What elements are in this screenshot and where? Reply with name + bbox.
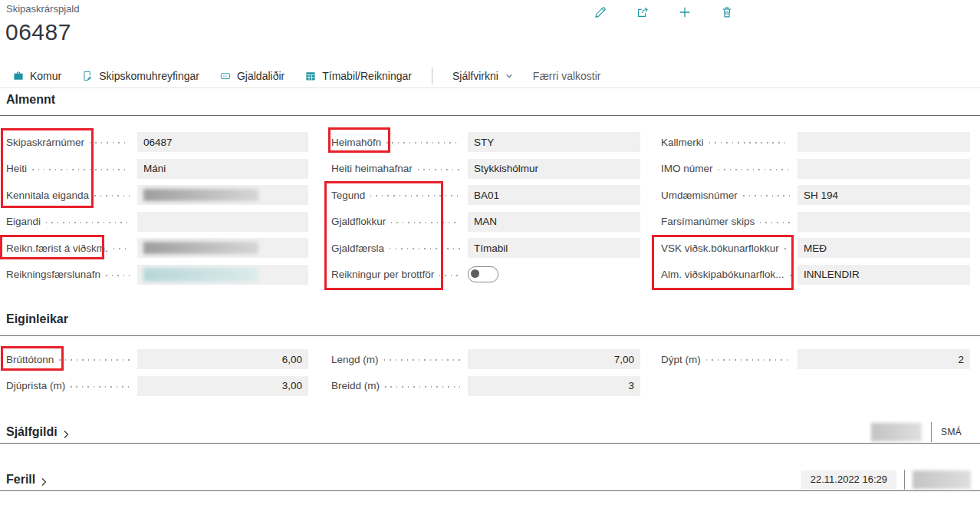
field-row: Lengd (m)7,00 [331, 349, 640, 369]
breadcrumb[interactable]: Skipaskrárspjald [6, 3, 79, 15]
field-row: Reikn.færist á viðskm. [6, 238, 308, 258]
section-sjalfgildi-toggle[interactable]: Sjálfgildi [6, 425, 71, 439]
delete-icon[interactable] [720, 5, 734, 19]
section-ferill-toggle[interactable]: Ferill [6, 473, 48, 487]
action-komur[interactable]: Komur [12, 70, 61, 82]
action-skipskomuhreyfingar[interactable]: Skipskomuhreyfingar [81, 70, 199, 82]
action-bar-divider [432, 68, 432, 84]
field-value[interactable]: 6,00 [137, 349, 308, 369]
modified-timestamp: 22.11.2022 16:29 [801, 470, 896, 489]
field-label: Brúttótonn [6, 354, 54, 365]
dotted-leader [32, 169, 130, 170]
dotted-leader [390, 248, 460, 249]
field-row: HeitiMáni [6, 159, 308, 179]
field-value[interactable]: 06487 [137, 132, 308, 152]
field-value[interactable]: 3,00 [137, 376, 308, 396]
field-value[interactable]: MAN [468, 212, 640, 232]
dotted-leader [59, 359, 130, 361]
field-label: Gjaldfærsla [331, 243, 384, 254]
field-label: Farsímanúmer skips [661, 216, 755, 227]
field-value[interactable] [137, 185, 308, 205]
field-row: HeimahöfnSTY [331, 132, 640, 152]
action-label: Færri valkostir [533, 70, 601, 82]
field-row: Skipaskrárnúmer06487 [6, 132, 308, 152]
field-label: Reikningur per brottför [331, 269, 434, 280]
toggle-knob [471, 269, 479, 278]
field-value[interactable]: 7,00 [468, 349, 640, 369]
field-value-text: Tímabil [474, 243, 508, 254]
field-label: Djúprista (m) [6, 380, 65, 391]
action-label: Tímabil/Reikningar [322, 70, 412, 82]
field-value[interactable]: 3 [468, 376, 640, 396]
field-value-text: 7,00 [614, 354, 634, 365]
add-icon[interactable] [678, 5, 692, 19]
field-value[interactable] [797, 132, 970, 152]
field-value-text: 3 [628, 380, 634, 391]
edit-icon[interactable] [594, 5, 607, 19]
dotted-leader [391, 222, 460, 223]
action-label: Skipskomuhreyfingar [99, 70, 199, 82]
dotted-leader [706, 359, 790, 361]
field-value-text: 06487 [143, 137, 173, 148]
field-value[interactable]: SH 194 [797, 185, 970, 205]
field-label: Heimahöfn [331, 137, 381, 148]
field-value[interactable]: Máni [137, 159, 308, 179]
field-row: UmdæmisnúmerSH 194 [661, 185, 970, 205]
action-sjalfvirkni-dropdown[interactable]: Sjálfvirkni [452, 70, 513, 82]
dotted-leader [743, 195, 790, 196]
briefcase-icon [12, 70, 25, 82]
eiginleikar-column-3: Dýpt (m)2 [661, 349, 970, 369]
field-value[interactable]: Tímabil [468, 238, 640, 258]
field-row: Reikningur per brottför [331, 265, 640, 285]
dotted-leader [113, 248, 130, 249]
field-value[interactable] [137, 265, 308, 285]
field-value[interactable] [137, 238, 308, 258]
field-label: Heiti heimahafnar [331, 163, 413, 174]
field-value[interactable]: STY [468, 132, 640, 152]
field-label: Tegund [331, 190, 365, 201]
field-label: Kennitala eiganda [6, 190, 89, 201]
field-value[interactable]: BA01 [468, 185, 640, 205]
dotted-leader [790, 275, 794, 276]
action-faerri-valkostir[interactable]: Færri valkostir [533, 70, 601, 82]
field-row: Brúttótonn6,00 [6, 349, 308, 369]
field-value-text: Stykkishólmur [474, 163, 538, 174]
action-label: Gjaldaliðir [237, 70, 284, 82]
chevron-down-icon [505, 72, 513, 80]
field-label: VSK viðsk.bókunarflokkur [661, 243, 779, 254]
eiginleikar-column-2: Lengd (m)7,00Breidd (m)3 [331, 349, 640, 396]
field-row: Kennitala eiganda [6, 185, 308, 205]
dotted-leader [94, 195, 130, 196]
redacted-summary-value [871, 423, 922, 441]
section-header-sjalfgildi: Sjálfgildi SMÁ [0, 421, 980, 444]
field-value[interactable]: MEÐ [797, 238, 970, 258]
field-value[interactable] [137, 212, 308, 232]
field-row: GjaldfærslaTímabil [331, 238, 640, 258]
dotted-leader [384, 359, 460, 361]
field-row: Eigandi [6, 212, 308, 232]
section-header-ferill: Ferill 22.11.2022 16:29 [0, 468, 980, 491]
field-value[interactable] [797, 212, 970, 232]
field-value[interactable] [797, 159, 970, 179]
action-gjaldalidir[interactable]: Gjaldaliðir [219, 70, 284, 82]
field-row: Dýpt (m)2 [661, 349, 970, 369]
field-value[interactable]: Stykkishólmur [468, 159, 640, 179]
dotted-leader [385, 386, 460, 388]
field-value-text: SH 194 [804, 190, 838, 201]
almennt-column-2: HeimahöfnSTYHeiti heimahafnarStykkishólm… [331, 132, 640, 285]
toggle-switch[interactable] [468, 266, 498, 282]
dotted-leader [439, 275, 460, 276]
field-label: Skipaskrárnúmer [6, 137, 84, 148]
field-label: Eigandi [6, 216, 41, 227]
field-row: VSK viðsk.bókunarflokkurMEÐ [661, 238, 970, 258]
action-timabil-reikningar[interactable]: Tímabil/Reikningar [304, 70, 412, 82]
action-bar: Komur Skipskomuhreyfingar Gjaldaliðir Tí… [0, 64, 980, 88]
field-value[interactable]: INNLENDIR [797, 265, 970, 285]
field-value[interactable]: 2 [797, 349, 970, 369]
field-label: Breidd (m) [331, 380, 380, 391]
field-row: Reikningsfærslunafn [6, 265, 308, 285]
section-title: Eiginleikar [6, 312, 68, 325]
field-value-text: MAN [474, 216, 497, 227]
share-icon[interactable] [636, 5, 649, 19]
field-value-text: STY [474, 137, 494, 148]
